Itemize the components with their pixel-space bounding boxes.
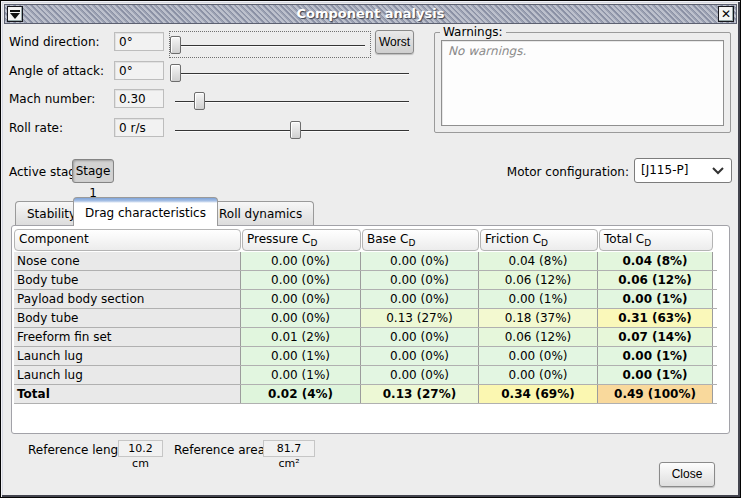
titlebar[interactable]: Component analysis ✕ [4, 4, 737, 24]
window-title: Component analysis [5, 6, 736, 21]
close-icon: ✕ [721, 8, 731, 20]
pressure-cell: 0.00 (0%) [241, 290, 361, 308]
base-cell: 0.00 (0%) [361, 290, 479, 308]
base-cell: 0.00 (0%) [361, 252, 479, 270]
component-cell: Total [14, 385, 241, 403]
base-cell: 0.00 (0%) [361, 328, 479, 346]
component-cell: Nose cone [14, 252, 241, 270]
warnings-empty-text: No warnings. [448, 44, 717, 58]
roll-rate-field[interactable]: 0 r/s [114, 118, 164, 137]
base-cell: 0.00 (0%) [361, 366, 479, 384]
roll-rate-label: Roll rate: [9, 121, 63, 135]
mach-number-label: Mach number: [9, 92, 95, 106]
component-cell: Body tube [14, 309, 241, 327]
motor-configuration-combo[interactable]: [J115-P] [634, 158, 732, 183]
total-cell: 0.00 (1%) [598, 290, 713, 308]
slider-track [175, 101, 409, 102]
pressure-cell: 0.00 (0%) [241, 252, 361, 270]
angle-of-attack-field[interactable]: 0° [114, 61, 164, 80]
total-cell: 0.49 (100%) [598, 385, 713, 403]
friction-cell: 0.18 (37%) [479, 309, 598, 327]
table-row: Launch lug 0.00 (1%) 0.00 (0%) 0.00 (0%)… [14, 347, 717, 366]
combo-selected-value: [J115-P] [641, 163, 688, 177]
table-row: Payload body section 0.00 (0%) 0.00 (0%)… [14, 290, 717, 309]
total-cell: 0.06 (12%) [598, 271, 713, 289]
roll-rate-slider[interactable] [170, 117, 414, 144]
worst-button[interactable]: Worst [375, 30, 414, 54]
component-analysis-dialog: Component analysis ✕ Wind direction: 0° … [0, 0, 741, 498]
friction-cell: 0.00 (1%) [479, 290, 598, 308]
slider-handle[interactable] [290, 121, 301, 139]
component-cell: Freeform fin set [14, 328, 241, 346]
base-cell: 0.13 (27%) [361, 309, 479, 327]
pressure-cell: 0.00 (1%) [241, 366, 361, 384]
table-row: Freeform fin set 0.01 (2%) 0.00 (0%) 0.0… [14, 328, 717, 347]
pressure-cell: 0.00 (0%) [241, 271, 361, 289]
pressure-cell: 0.00 (1%) [241, 347, 361, 365]
total-cell: 0.07 (14%) [598, 328, 713, 346]
tab-roll-dynamics[interactable]: Roll dynamics [207, 201, 314, 226]
motor-configuration-label: Motor configuration: [449, 165, 629, 179]
drag-table: Component Pressure CD Base CD Friction C… [14, 228, 717, 404]
pressure-cell: 0.01 (2%) [241, 328, 361, 346]
friction-cell: 0.04 (8%) [479, 252, 598, 270]
table-row: Nose cone 0.00 (0%) 0.00 (0%) 0.04 (8%) … [14, 252, 717, 271]
slider-track [175, 45, 365, 46]
table-row: Launch lug 0.00 (1%) 0.00 (0%) 0.00 (0%)… [14, 366, 717, 385]
slider-handle[interactable] [170, 36, 181, 54]
close-button[interactable]: Close [659, 462, 715, 487]
drag-characteristics-panel: Component Pressure CD Base CD Friction C… [11, 225, 730, 434]
angle-of-attack-label: Angle of attack: [9, 64, 104, 78]
warnings-list: No warnings. [441, 40, 724, 126]
base-cell: 0.13 (27%) [361, 385, 479, 403]
reference-area-label: Reference area: [174, 443, 269, 457]
chevron-down-icon [708, 162, 728, 179]
wind-direction-label: Wind direction: [9, 35, 100, 49]
mach-number-field[interactable]: 0.30 [114, 89, 164, 108]
reference-length-value: 10.2 cm [118, 440, 163, 457]
wind-direction-slider[interactable] [169, 31, 371, 58]
slider-handle[interactable] [170, 64, 181, 82]
total-cell: 0.00 (1%) [598, 347, 713, 365]
pressure-cell: 0.02 (4%) [241, 385, 361, 403]
header-base-cd: Base CD [362, 229, 479, 251]
friction-cell: 0.34 (69%) [479, 385, 598, 403]
header-total-cd: Total CD [599, 229, 713, 251]
slider-track [175, 73, 409, 74]
wind-direction-field[interactable]: 0° [114, 32, 164, 51]
base-cell: 0.00 (0%) [361, 347, 479, 365]
warnings-group: Warnings: No warnings. [434, 32, 731, 133]
table-header-row: Component Pressure CD Base CD Friction C… [14, 228, 717, 252]
header-pressure-cd: Pressure CD [242, 229, 361, 251]
friction-cell: 0.06 (12%) [479, 328, 598, 346]
total-cell: 0.04 (8%) [598, 252, 713, 270]
component-cell: Launch lug [14, 366, 241, 384]
total-cell: 0.00 (1%) [598, 366, 713, 384]
table-row: Body tube 0.00 (0%) 0.00 (0%) 0.06 (12%)… [14, 271, 717, 290]
component-cell: Launch lug [14, 347, 241, 365]
component-cell: Payload body section [14, 290, 241, 308]
total-cell: 0.31 (63%) [598, 309, 713, 327]
base-cell: 0.00 (0%) [361, 271, 479, 289]
warnings-title: Warnings: [440, 25, 506, 39]
window-close-button[interactable]: ✕ [718, 6, 734, 22]
component-cell: Body tube [14, 271, 241, 289]
angle-of-attack-slider[interactable] [170, 60, 414, 87]
reference-area-value: 81.7 cm² [263, 440, 315, 457]
friction-cell: 0.00 (0%) [479, 366, 598, 384]
mach-number-slider[interactable] [170, 88, 414, 115]
friction-cell: 0.00 (0%) [479, 347, 598, 365]
friction-cell: 0.06 (12%) [479, 271, 598, 289]
slider-handle[interactable] [194, 92, 205, 110]
table-row: Body tube 0.00 (0%) 0.13 (27%) 0.18 (37%… [14, 309, 717, 328]
header-friction-cd: Friction CD [480, 229, 598, 251]
stage-1-toggle[interactable]: Stage 1 [72, 159, 114, 183]
pressure-cell: 0.00 (0%) [241, 309, 361, 327]
header-component: Component [14, 229, 241, 251]
tab-drag-characteristics[interactable]: Drag characteristics [73, 197, 218, 226]
table-row-total: Total 0.02 (4%) 0.13 (27%) 0.34 (69%) 0.… [14, 385, 717, 404]
